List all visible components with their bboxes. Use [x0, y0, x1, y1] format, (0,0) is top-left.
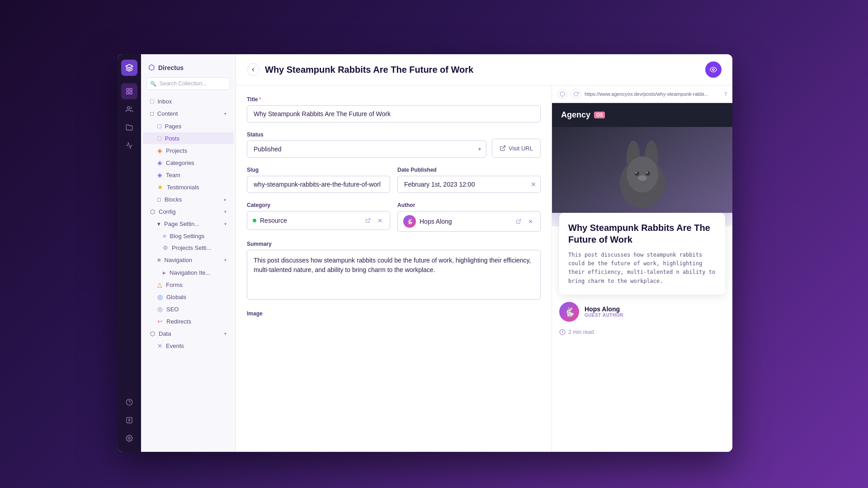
sidebar-section-data[interactable]: ⬡ Data ▾: [143, 328, 234, 339]
sidebar-item-navigation[interactable]: ≡ Navigation ▾: [143, 254, 234, 266]
logs-nav-icon[interactable]: [121, 412, 137, 428]
category-remove-button[interactable]: ✕: [375, 216, 384, 225]
preview-toggle-button[interactable]: [705, 61, 722, 78]
sidebar-item-pages[interactable]: □ Pages: [143, 120, 234, 132]
sidebar-item-posts-label: Posts: [165, 135, 179, 142]
date-input[interactable]: [397, 176, 541, 193]
author-tag-field: 🐇 Hops Along ✕: [397, 211, 541, 232]
sidebar-item-testimonials-label: Testimonials: [167, 184, 199, 191]
slug-date-row: Slug Date Published ✕: [247, 167, 541, 202]
back-button[interactable]: [247, 63, 259, 76]
preview-hero-image: [552, 127, 732, 213]
sidebar-item-testimonials[interactable]: ★ Testimonials: [143, 181, 234, 193]
preview-author-avatar: 🐇: [559, 302, 579, 322]
preview-card: Why Steampunk Rabbits Are The Future of …: [559, 213, 725, 295]
redirects-icon: ↩: [157, 318, 163, 325]
team-icon: ◈: [157, 171, 162, 178]
svg-point-16: [560, 92, 565, 96]
sidebar-navigation-label: Navigation: [165, 257, 192, 263]
preview-logo-text: Agency: [561, 110, 590, 120]
sidebar-item-team-label: Team: [166, 172, 180, 178]
sidebar-nav-items-label: Navigation Ite...: [170, 269, 210, 276]
status-select[interactable]: Published Draft Archived: [247, 141, 486, 158]
users-nav-icon[interactable]: [121, 101, 137, 117]
sidebar-item-forms[interactable]: △ Forms: [143, 279, 234, 291]
help-nav-icon[interactable]: [121, 394, 137, 410]
svg-point-22: [646, 171, 650, 176]
sidebar-item-globals[interactable]: ◎ Globals: [143, 291, 234, 303]
preview-site-header: Agency OS: [552, 103, 732, 127]
browser-zoom: 7: [724, 91, 727, 97]
pages-icon: □: [157, 122, 161, 130]
sidebar-item-navigation-items[interactable]: ▸ Navigation Ite...: [143, 267, 234, 278]
sidebar-item-blocks[interactable]: □ Blocks ▸: [143, 194, 234, 205]
config-icon: ⬡: [150, 208, 155, 215]
required-marker: *: [259, 96, 261, 103]
sidebar-item-posts[interactable]: □ Posts: [143, 132, 234, 144]
sidebar-item-inbox[interactable]: □ Inbox: [143, 95, 234, 107]
date-clear-icon[interactable]: ✕: [531, 181, 536, 188]
search-input[interactable]: [146, 77, 230, 90]
visit-url-button[interactable]: Visit URL: [492, 139, 541, 158]
sidebar-item-redirects[interactable]: ↩ Redirects: [143, 315, 234, 327]
svg-rect-1: [130, 89, 132, 91]
sidebar-item-projects-settings[interactable]: ⚙ Projects Setti...: [143, 242, 234, 253]
slug-input[interactable]: [247, 176, 390, 193]
svg-point-24: [635, 172, 637, 174]
sidebar-item-events[interactable]: ✕ Events: [143, 340, 234, 352]
summary-label: Summary: [247, 241, 541, 247]
author-label: Author: [397, 202, 541, 208]
sidebar-config-label: Config: [159, 208, 176, 215]
image-field-group: Image: [247, 310, 541, 317]
sidebar-section-config[interactable]: ⬡ Config ▾: [143, 206, 234, 217]
settings-nav-icon[interactable]: [121, 430, 137, 446]
sidebar-item-projects[interactable]: ◈ Projects: [143, 145, 234, 156]
browser-refresh-button[interactable]: [571, 89, 581, 99]
form-area: Title * Status Published Draft Archived: [236, 85, 552, 452]
category-label: Category: [247, 202, 390, 208]
author-remove-button[interactable]: ✕: [526, 217, 535, 226]
sidebar-globals-label: Globals: [166, 294, 186, 300]
preview-author-role: GUEST AUTHOR: [585, 313, 623, 318]
collections-nav-icon[interactable]: [121, 83, 137, 99]
blocks-chevron-icon: ▸: [224, 197, 226, 202]
sidebar-data-label: Data: [159, 330, 171, 337]
date-field-group: Date Published ✕: [397, 167, 541, 193]
author-avatar: 🐇: [403, 215, 416, 228]
analytics-nav-icon[interactable]: [121, 137, 137, 154]
navigation-icon: ≡: [157, 257, 161, 263]
category-value: Resource: [260, 217, 360, 224]
testimonials-icon: ★: [157, 183, 163, 191]
sidebar-item-categories-label: Categories: [166, 160, 194, 166]
title-input[interactable]: [247, 105, 541, 122]
main-content: Why Steampunk Rabbits Are The Future of …: [236, 54, 732, 452]
data-icon: ⬡: [150, 330, 155, 337]
main-header: Why Steampunk Rabbits Are The Future of …: [236, 54, 732, 85]
data-chevron-icon: ▾: [224, 331, 226, 336]
sidebar-events-label: Events: [166, 343, 184, 349]
sidebar-section-content[interactable]: □ Content ▾: [143, 108, 234, 119]
sidebar-item-team[interactable]: ◈ Team: [143, 169, 234, 181]
sidebar-content-label: Content: [157, 110, 178, 117]
sidebar-item-blog-settings[interactable]: ≡ Blog Settings: [143, 230, 234, 242]
preview-author-section: 🐇 Hops Along GUEST AUTHOR: [552, 295, 732, 329]
svg-point-21: [635, 171, 639, 176]
author-open-button[interactable]: [514, 217, 523, 226]
svg-line-15: [518, 220, 521, 222]
summary-textarea[interactable]: This post discusses how steampunk rabbit…: [247, 250, 541, 300]
sidebar-item-categories[interactable]: ◈ Categories: [143, 157, 234, 169]
forms-icon: △: [157, 281, 162, 288]
preview-card-title: Why Steampunk Rabbits Are The Future of …: [568, 222, 716, 245]
browser-back-button[interactable]: [557, 89, 567, 99]
events-icon: ✕: [157, 343, 162, 349]
summary-field-group: Summary This post discusses how steampun…: [247, 241, 541, 301]
preview-logo-badge: OS: [594, 112, 605, 118]
category-open-button[interactable]: [363, 216, 373, 225]
files-nav-icon[interactable]: [121, 119, 137, 136]
page-settings-chevron-icon: ▾: [224, 221, 226, 226]
search-box[interactable]: 🔍: [146, 77, 230, 90]
sidebar-item-seo[interactable]: ◎ SEO: [143, 303, 234, 315]
app-logo[interactable]: [121, 60, 137, 76]
category-field-group: Category Resource ✕: [247, 202, 390, 232]
sidebar-item-page-settings[interactable]: ▾ Page Settin... ▾: [143, 218, 234, 230]
